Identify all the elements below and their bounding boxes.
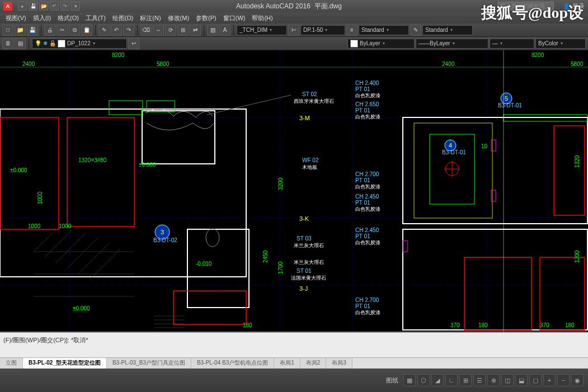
tb-erase-icon[interactable]: ⌫ bbox=[140, 25, 152, 36]
svg-text:白色乳胶漆: 白色乳胶漆 bbox=[355, 310, 380, 315]
svg-text:1000: 1000 bbox=[59, 223, 72, 229]
st-sc-icon[interactable]: ⬓ bbox=[515, 374, 528, 386]
tb-std2-icon[interactable]: ✎ bbox=[410, 25, 421, 36]
svg-text:PT   01: PT 01 bbox=[355, 200, 370, 206]
st-anno-icon[interactable]: ▢ bbox=[529, 374, 542, 386]
tab-5[interactable]: 布局2 bbox=[300, 358, 327, 369]
menu-dim[interactable]: 标注(N) bbox=[138, 14, 163, 22]
tb-mirror-icon[interactable]: ⇄ bbox=[190, 25, 201, 36]
layer-combo[interactable]: 💡❄🔓 DP_1022 bbox=[32, 39, 127, 49]
plotstyle-combo[interactable]: ByColor bbox=[535, 39, 586, 49]
st-grid-icon[interactable]: ▦ bbox=[403, 374, 416, 386]
tb-cut-icon[interactable]: ✂ bbox=[57, 25, 68, 36]
tchdim-combo[interactable]: _TCH_DIM bbox=[237, 25, 287, 35]
tb-layerprev-icon[interactable]: ↩ bbox=[128, 38, 139, 49]
svg-text:B3-DT-02: B3-DT-02 bbox=[153, 237, 177, 243]
svg-text:米兰灰大理石: 米兰灰大理石 bbox=[294, 259, 324, 265]
search-box[interactable]: 输入关键字或短语 bbox=[498, 2, 554, 11]
menu-draw[interactable]: 绘图(D) bbox=[110, 14, 135, 22]
svg-text:-0.010: -0.010 bbox=[196, 261, 212, 267]
tb-text-icon[interactable]: A bbox=[219, 25, 231, 36]
svg-line-39 bbox=[56, 232, 87, 263]
st-osnap-icon[interactable]: ⊞ bbox=[459, 374, 472, 386]
qat-arrow-icon[interactable]: ▸ bbox=[18, 2, 27, 11]
tb-save-icon[interactable]: 💾 bbox=[27, 25, 38, 36]
tb-dim-icon[interactable]: ⊢ bbox=[288, 25, 299, 36]
qat-open-icon[interactable]: 📂 bbox=[39, 2, 48, 11]
tab-1[interactable]: B3-PL-02_型天花造型定位图 bbox=[23, 358, 107, 369]
color-combo[interactable]: ByLayer bbox=[347, 39, 415, 49]
tb-array-icon[interactable]: ⊞ bbox=[177, 25, 189, 36]
login-link[interactable]: 👤 登录 bbox=[563, 2, 585, 11]
std2-combo[interactable]: Standard bbox=[422, 25, 473, 35]
tb-hatch-icon[interactable]: ▨ bbox=[207, 25, 218, 36]
menu-window[interactable]: 窗口(W) bbox=[221, 14, 248, 22]
svg-rect-19 bbox=[142, 111, 215, 164]
tb-undo-icon[interactable]: ↶ bbox=[111, 25, 122, 36]
svg-text:白色乳胶漆: 白色乳胶漆 bbox=[355, 93, 380, 98]
svg-text:3-K: 3-K bbox=[299, 215, 309, 222]
tb-layer-icon[interactable]: ≣ bbox=[2, 38, 13, 49]
dimscale-combo[interactable]: DP.1-50 bbox=[300, 25, 345, 35]
tab-2[interactable]: B3-PL-03_B3户型门具定位图 bbox=[107, 358, 191, 369]
svg-text:PT   01: PT 01 bbox=[355, 107, 370, 114]
std1-combo[interactable]: Standard bbox=[359, 25, 409, 35]
st-minus-icon[interactable]: − bbox=[557, 374, 570, 386]
color-swatch bbox=[350, 40, 358, 48]
lineweight-combo[interactable]: — bbox=[490, 39, 534, 49]
tb-layeriso-icon[interactable]: ▤ bbox=[15, 38, 26, 49]
tb-match-icon[interactable]: ✎ bbox=[98, 25, 110, 36]
tb-new-icon[interactable]: □ bbox=[2, 25, 13, 36]
svg-text:白色乳胶漆: 白色乳胶漆 bbox=[355, 184, 380, 190]
tab-6[interactable]: 布局3 bbox=[326, 358, 352, 369]
svg-text:5800: 5800 bbox=[157, 61, 170, 67]
qat-redo-icon[interactable]: ↷ bbox=[60, 2, 69, 11]
menu-format[interactable]: 格式(O) bbox=[55, 14, 81, 22]
svg-text:CH 2.450: CH 2.450 bbox=[355, 193, 379, 200]
tb-print-icon[interactable]: 🖨 bbox=[44, 25, 55, 36]
st-transp-icon[interactable]: ⊕ bbox=[487, 374, 500, 386]
st-plus-icon[interactable]: + bbox=[543, 374, 556, 386]
tb-copy-icon[interactable]: ⧉ bbox=[69, 25, 80, 36]
svg-text:白色乳胶漆: 白色乳胶漆 bbox=[355, 206, 380, 212]
st-polar-icon[interactable]: ∟ bbox=[445, 374, 458, 386]
tb-std-icon[interactable]: ≡ bbox=[346, 25, 357, 36]
tb-redo-icon[interactable]: ↷ bbox=[123, 25, 134, 36]
svg-text:180: 180 bbox=[478, 322, 488, 328]
tb-move-icon[interactable]: ↔ bbox=[153, 25, 164, 36]
qat-save-icon[interactable]: 💾 bbox=[29, 2, 37, 11]
linetype-combo[interactable]: —— ByLayer bbox=[416, 39, 488, 49]
qat-more-icon[interactable]: ▾ bbox=[71, 2, 80, 11]
tab-3[interactable]: B3-PL-04 B3户型机电点位图 bbox=[191, 358, 274, 369]
svg-text:±0.000: ±0.000 bbox=[139, 162, 156, 168]
svg-text:3-J: 3-J bbox=[299, 285, 308, 292]
svg-rect-76 bbox=[554, 126, 585, 215]
menu-insert[interactable]: 插入(I) bbox=[31, 14, 53, 22]
commandline[interactable]: (F)/圈围(WP)/圈交(CP)]: *取消* bbox=[0, 332, 588, 357]
svg-text:WF   02: WF 02 bbox=[302, 157, 319, 163]
tab-4[interactable]: 布局1 bbox=[274, 358, 300, 369]
tb-rotate-icon[interactable]: ⟳ bbox=[165, 25, 176, 36]
menu-help[interactable]: 帮助(H) bbox=[250, 14, 275, 22]
tb-open-icon[interactable]: 📁 bbox=[15, 25, 26, 36]
svg-text:ST   02: ST 02 bbox=[302, 91, 317, 97]
tab-0[interactable]: 立图 bbox=[0, 358, 23, 369]
menu-modify[interactable]: 修改(M) bbox=[166, 14, 192, 22]
svg-text:ST   01: ST 01 bbox=[297, 268, 312, 274]
layer-color-swatch bbox=[58, 40, 65, 48]
st-ortho-icon[interactable]: ◢ bbox=[431, 374, 444, 386]
svg-text:370: 370 bbox=[540, 322, 549, 328]
svg-rect-30 bbox=[187, 229, 249, 308]
st-snap-icon[interactable]: ⬡ bbox=[417, 374, 430, 386]
st-lwt-icon[interactable]: ☰ bbox=[473, 374, 486, 386]
qat-undo-icon[interactable]: ↶ bbox=[50, 2, 59, 11]
menu-tools[interactable]: 工具(T) bbox=[83, 14, 108, 22]
svg-line-40 bbox=[67, 238, 98, 268]
st-qp-icon[interactable]: ◫ bbox=[501, 374, 514, 386]
menu-param[interactable]: 参数(P) bbox=[194, 14, 219, 22]
st-customize-icon[interactable]: ◉ bbox=[571, 374, 584, 386]
tb-paste-icon[interactable]: 📋 bbox=[81, 25, 92, 36]
menu-view[interactable]: 视图(V) bbox=[3, 14, 29, 22]
svg-text:木地板: 木地板 bbox=[302, 164, 317, 170]
drawing-canvas[interactable]: 2400 8200 5800 2400 8200 5800 3-M 3-K 3-… bbox=[0, 50, 588, 332]
